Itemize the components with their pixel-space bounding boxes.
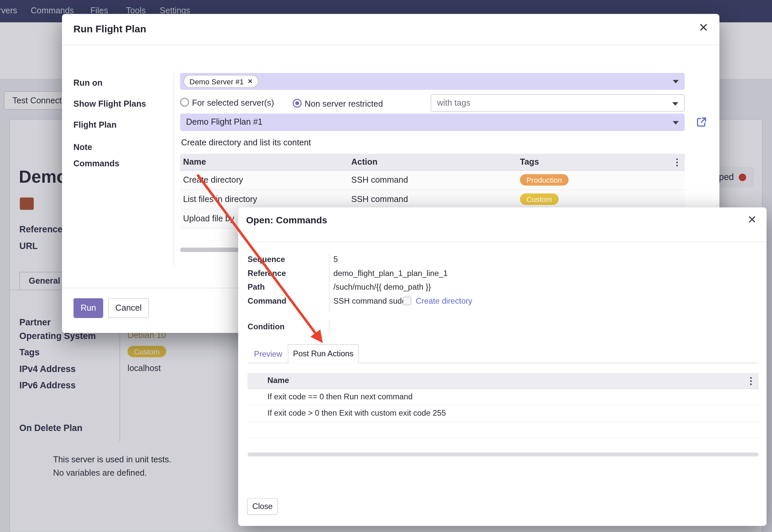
radio-non-server-restricted[interactable]: [293, 99, 302, 108]
create-directory-link[interactable]: Create directory: [416, 297, 472, 306]
label-divider: [174, 72, 174, 266]
command-value: SSH command sudo: [333, 297, 406, 306]
field-label-commands: Commands: [73, 159, 119, 169]
cancel-button[interactable]: Cancel: [108, 298, 149, 318]
cell-name: Upload file by: [183, 214, 234, 224]
cell-tag-badge: Production: [520, 174, 568, 185]
horizontal-scrollbar[interactable]: [248, 452, 759, 456]
table-row-empty: [248, 422, 759, 438]
table-header-row: Name ⋮: [248, 373, 759, 389]
header-divider: [238, 242, 766, 242]
close-button[interactable]: Close: [247, 498, 278, 515]
external-link-icon[interactable]: [696, 116, 708, 130]
field-label-path: Path: [248, 283, 265, 292]
tab-preview[interactable]: Preview: [254, 350, 282, 359]
field-label-sequence: Sequence: [248, 255, 285, 264]
radio-label-for-selected-servers: For selected server(s): [192, 98, 274, 108]
field-divider: [329, 254, 329, 312]
table-row[interactable]: If exit code > 0 then Exit with custom e…: [248, 405, 759, 422]
field-label-command: Command: [248, 297, 286, 306]
field-label-note: Note: [73, 142, 92, 152]
cell-action: SSH command: [351, 194, 408, 204]
cell-tag-badge: Custom: [520, 193, 559, 205]
run-on-select[interactable]: Demo Server #1 ✕: [180, 73, 685, 90]
sequence-value: 5: [333, 255, 338, 264]
kebab-menu-icon[interactable]: ⋮: [672, 157, 682, 167]
table-row[interactable]: Create directory SSH command Production: [180, 171, 685, 190]
run-button[interactable]: Run: [73, 298, 103, 318]
column-header-name: Name: [183, 157, 206, 167]
path-value: /such/much/{{ demo_path }}: [333, 283, 431, 292]
plan-description: Create directory and list its content: [181, 138, 311, 148]
create-directory-checkbox[interactable]: [403, 297, 411, 305]
table-row[interactable]: List files in directory SSH command Cust…: [180, 190, 685, 209]
server-tag-chip[interactable]: Demo Server #1 ✕: [184, 75, 259, 88]
flight-plan-select[interactable]: Demo Flight Plan #1: [180, 114, 685, 131]
table-row[interactable]: If exit code == 0 then Run next command: [248, 389, 759, 405]
field-label-condition: Condition: [248, 322, 285, 331]
commands-detail-modal: Open: Commands ✕ Sequence Reference Path…: [238, 207, 766, 526]
with-tags-placeholder: with tags: [437, 98, 470, 108]
server-tag-label: Demo Server #1: [190, 77, 244, 85]
radio-label-non-server-restricted: Non server restricted: [305, 99, 383, 109]
cell-name: List files in directory: [183, 194, 257, 204]
close-icon[interactable]: ✕: [747, 214, 756, 225]
remove-tag-icon[interactable]: ✕: [248, 78, 253, 85]
column-header-tags: Tags: [520, 157, 539, 167]
cell-action: SSH command: [351, 175, 408, 185]
cell-action-name: If exit code == 0 then Run next command: [267, 392, 413, 401]
cell-name: Create directory: [183, 175, 243, 185]
with-tags-select[interactable]: with tags: [431, 94, 685, 112]
radio-for-selected-servers[interactable]: [180, 98, 189, 107]
field-label-reference: Reference: [248, 269, 286, 278]
flight-plan-value: Demo Flight Plan #1: [186, 117, 262, 127]
post-run-actions-table: Name ⋮ If exit code == 0 then Run next c…: [248, 373, 759, 438]
field-label-run-on: Run on: [73, 78, 102, 88]
cell-action-name: If exit code > 0 then Exit with custom e…: [267, 409, 446, 418]
column-header-name: Name: [267, 376, 289, 385]
chevron-down-icon: [672, 102, 678, 106]
chevron-down-icon: [673, 121, 679, 124]
close-icon[interactable]: ✕: [699, 22, 709, 34]
modal-title: Open: Commands: [246, 215, 327, 226]
reference-value: demo_flight_plan_1_plan_line_1: [333, 269, 448, 278]
field-divider: [329, 321, 329, 336]
table-header-row: Name Action Tags ⋮: [180, 154, 685, 171]
field-label-show-flight-plans: Show Flight Plans: [73, 99, 146, 109]
tab-post-run-actions[interactable]: Post Run Actions: [288, 344, 359, 363]
field-label-flight-plan: Flight Plan: [73, 120, 116, 130]
column-header-action: Action: [351, 157, 378, 167]
header-divider: [62, 45, 719, 45]
chevron-down-icon: [673, 80, 679, 83]
kebab-menu-icon[interactable]: ⋮: [746, 376, 756, 385]
modal-title: Run Flight Plan: [73, 23, 146, 35]
